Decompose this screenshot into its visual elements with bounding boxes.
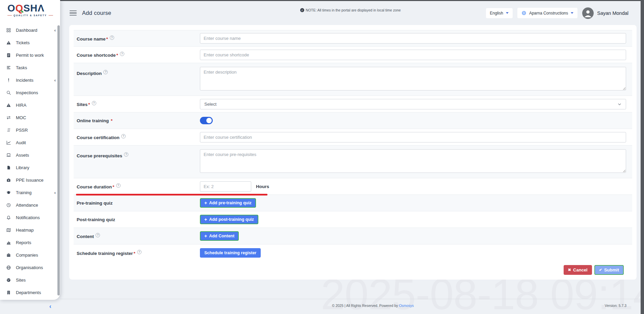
sidebar-item-hira[interactable]: HIRA — [0, 99, 57, 111]
sidebar-item-assets[interactable]: Assets — [0, 149, 57, 161]
online-training-toggle[interactable] — [200, 117, 213, 124]
sidebar-item-sites[interactable]: Sites — [0, 274, 57, 286]
course-name-input[interactable] — [200, 33, 626, 44]
organisation-label: Aparna Constructions — [529, 11, 568, 16]
top-bar: Add course i NOTE: All times in the port… — [60, 1, 641, 25]
field-label: Online training * — [74, 118, 200, 123]
sidebar-item-library[interactable]: Library — [0, 161, 57, 174]
globe-icon — [6, 265, 11, 270]
help-icon[interactable]: ? — [116, 183, 121, 188]
sidebar-collapse-button[interactable]: ‹ — [49, 303, 51, 309]
avatar — [582, 7, 594, 19]
help-icon[interactable]: ? — [103, 70, 108, 74]
form-actions: ✖Cancel ✔Submit — [69, 261, 637, 275]
sidebar-item-reports[interactable]: Reports — [0, 236, 57, 249]
menu-hamburger-icon[interactable] — [70, 10, 77, 16]
osmosys-link[interactable]: Osmosys — [399, 304, 414, 308]
file-icon — [6, 165, 11, 170]
sidebar-item-label: Departments — [16, 290, 41, 295]
logo-tagline: QUALITY & SAFETY — [7, 14, 60, 17]
field-label: Description? — [74, 67, 200, 76]
form-row-description: Description? — [74, 63, 632, 96]
sidebar-item-label: MOC — [16, 115, 26, 120]
red-underline-annotation — [76, 194, 267, 195]
schedule-training-register-button[interactable]: Schedule training register — [200, 248, 261, 258]
user-menu[interactable]: Sayan Mondal — [582, 7, 628, 19]
required-asterisk: * — [111, 118, 112, 123]
add-post-training-quiz-button[interactable]: +Add post-training quiz — [200, 215, 258, 224]
sidebar-item-inspections[interactable]: Inspections — [0, 86, 57, 99]
required-asterisk: * — [88, 102, 90, 107]
sidebar-item-pssr[interactable]: PSSR — [0, 124, 57, 136]
help-icon[interactable]: ? — [96, 233, 100, 237]
globe-icon — [521, 10, 526, 16]
help-icon[interactable]: ? — [121, 134, 126, 138]
sidebar-item-label: Companies — [16, 253, 38, 258]
sidebar-item-label: Assets — [16, 153, 29, 158]
sidebar-item-label: Training — [16, 190, 31, 195]
sidebar-item-departments[interactable]: Departments — [0, 286, 57, 299]
submit-button[interactable]: ✔Submit — [594, 265, 624, 275]
warning-icon — [6, 40, 11, 45]
laptop-icon — [6, 153, 11, 158]
cancel-button[interactable]: ✖Cancel — [564, 265, 592, 275]
sidebar-scrollbar-thumb[interactable] — [57, 25, 60, 295]
sidebar-item-label: Tasks — [16, 65, 27, 70]
sidebar-item-tasks[interactable]: Tasks — [0, 61, 57, 74]
course-duration-input[interactable] — [200, 181, 251, 192]
form-row-online-training: Online training * — [74, 112, 632, 129]
swap-arrows-icon — [6, 115, 11, 120]
help-icon[interactable]: ? — [110, 35, 114, 40]
field-label: Sites*? — [74, 101, 200, 107]
course-shortcode-input[interactable] — [200, 50, 626, 60]
briefcase-icon — [6, 253, 11, 258]
add-pre-training-quiz-button[interactable]: +Add pre-training quiz — [200, 198, 256, 208]
organisation-dropdown[interactable]: Aparna Constructions — [517, 8, 577, 18]
description-textarea[interactable] — [200, 67, 626, 90]
header-controls: English Aparna Constructions Sayan Monda… — [486, 7, 628, 19]
field-label: Course shortcode*? — [74, 52, 200, 58]
map-icon — [6, 228, 11, 233]
chevron-left-icon: ‹ — [54, 190, 57, 195]
sidebar-item-attendance[interactable]: Attendance — [0, 199, 57, 211]
timezone-note: i NOTE: All times in the portal are disp… — [300, 8, 401, 12]
language-dropdown[interactable]: English — [486, 8, 513, 18]
sidebar-item-label: Inspections — [16, 90, 38, 95]
add-content-button[interactable]: +Add Content — [200, 231, 239, 241]
course-prerequisites-textarea[interactable] — [200, 149, 626, 173]
sidebar-item-label: PSSR — [16, 128, 28, 133]
clock-icon — [6, 203, 11, 208]
sidebar-item-heatmap[interactable]: Heatmap — [0, 224, 57, 236]
sidebar-item-ppe-issuance[interactable]: PPE Issuance — [0, 174, 57, 186]
sidebar-item-label: Heatmap — [16, 228, 34, 233]
help-icon[interactable]: ? — [120, 52, 124, 56]
page-scrollbar[interactable] — [641, 0, 644, 314]
logo-wordmark: OQSHΛ — [7, 3, 60, 14]
help-icon[interactable]: ? — [92, 101, 96, 105]
sidebar-item-dashboard[interactable]: Dashboard‹ — [0, 24, 57, 36]
form-row-post-training-quiz: Post-training quiz +Add post-training qu… — [74, 211, 632, 228]
sidebar-item-incidents[interactable]: Incidents‹ — [0, 74, 57, 86]
globe-marker-icon — [6, 278, 11, 283]
sidebar-item-audit[interactable]: Audit — [0, 136, 57, 149]
line-chart-icon — [6, 140, 11, 145]
sidebar-item-moc[interactable]: MOC — [0, 111, 57, 124]
help-icon[interactable]: ? — [137, 250, 141, 254]
sidebar-item-label: PPE Issuance — [16, 178, 44, 183]
sidebar-item-organisations[interactable]: Organisations — [0, 261, 57, 274]
sidebar-item-tickets[interactable]: Tickets — [0, 36, 57, 49]
sidebar-item-permit-to-work[interactable]: Permit to work — [0, 49, 57, 61]
sidebar-item-companies[interactable]: Companies — [0, 249, 57, 261]
graduation-cap-icon — [6, 190, 11, 195]
sidebar-nav: Dashboard‹TicketsPermit to workTasksInci… — [0, 24, 57, 299]
help-icon[interactable]: ? — [124, 152, 128, 157]
list-icon — [6, 128, 11, 133]
required-asterisk: * — [106, 36, 108, 42]
course-certification-input[interactable] — [200, 132, 626, 142]
sites-select[interactable]: Select — [200, 99, 626, 109]
field-label: Post-training quiz — [74, 217, 200, 222]
sidebar-item-notifications[interactable]: Notifications — [0, 211, 57, 224]
sidebar-item-label: Dashboard — [16, 28, 37, 33]
sidebar-item-training[interactable]: Training‹ — [0, 186, 57, 199]
form-row-course-name: Course name*? — [74, 30, 632, 47]
